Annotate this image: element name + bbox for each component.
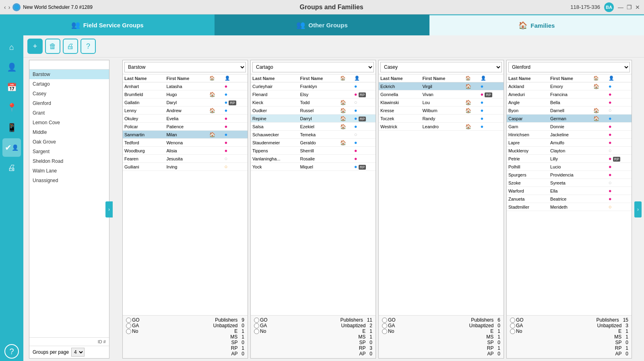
table-row[interactable]: ZanuetaBeatrice● xyxy=(507,195,632,203)
table-row[interactable]: TippensSherrill● xyxy=(251,147,376,155)
cartago-no-radio[interactable] xyxy=(254,329,259,334)
table-row[interactable]: TedfordWenona● xyxy=(123,139,248,147)
group-list-item[interactable]: Grant xyxy=(29,108,109,118)
table-row[interactable]: KresseWilburn🏠● xyxy=(379,107,504,115)
table-row[interactable]: PolicarPatience● xyxy=(123,123,248,131)
table-row[interactable]: SchauweckerTemeka○ xyxy=(251,131,376,139)
col-person: 👤 xyxy=(479,74,504,82)
table-row[interactable]: CurleyhairFranklyn● xyxy=(251,82,376,90)
tab-other-groups[interactable]: 👥 Other Groups xyxy=(215,14,429,35)
add-button[interactable]: + xyxy=(27,39,43,54)
cartago-ga-radio[interactable] xyxy=(254,323,259,328)
groups-per-page-select[interactable]: 4 2 6 xyxy=(71,348,85,357)
group-list-item[interactable]: Sheldon Road xyxy=(29,156,109,166)
sidebar-item-help[interactable]: ? xyxy=(4,344,19,359)
group-panel-glenford: Glenford Last Name First Name 🏠 👤 xyxy=(506,60,632,359)
right-panel-chevron[interactable]: › xyxy=(634,201,642,217)
cartago-dropdown-select[interactable]: Cartago xyxy=(252,62,374,72)
barstow-ga-radio[interactable] xyxy=(126,323,131,328)
table-row[interactable]: ByonDarnell🏠○ xyxy=(507,107,632,115)
glenford-ga-radio[interactable] xyxy=(510,323,515,328)
casey-no-radio[interactable] xyxy=(382,329,387,334)
table-row[interactable]: WarfordElla● xyxy=(507,187,632,195)
table-row[interactable]: ToczekRandy● xyxy=(379,115,504,123)
sidebar-item-mobile[interactable]: 📱 xyxy=(2,118,21,137)
group-list-item[interactable]: Unassigned xyxy=(29,176,109,185)
sidebar-item-calendar[interactable]: 📅 xyxy=(2,78,21,96)
table-row[interactable]: FearenJesusita○ xyxy=(123,155,248,163)
tab-field-service[interactable]: 👥 Field Service Groups xyxy=(0,14,215,35)
group-list-item[interactable]: Middle xyxy=(29,127,109,137)
glenford-no-radio[interactable] xyxy=(510,329,515,334)
table-row[interactable]: CasparGerman🏠● xyxy=(507,115,632,123)
table-row[interactable]: AngleBella● xyxy=(507,98,632,107)
sidebar-item-people[interactable]: 👤 xyxy=(2,58,21,76)
sidebar-item-print[interactable]: 🖨 xyxy=(2,158,21,177)
table-row[interactable]: WoodburgAlisia● xyxy=(123,147,248,155)
group-list-item[interactable]: Sargent xyxy=(29,147,109,156)
group-list-item[interactable]: Casey xyxy=(29,89,109,98)
table-row[interactable]: LennyAndrew🏠● xyxy=(123,107,248,115)
barstow-dropdown-select[interactable]: Barstow xyxy=(124,62,246,72)
table-row[interactable]: WestrickLeandro🏠● xyxy=(379,123,504,131)
table-row[interactable]: EckrichVirgil🏠● xyxy=(379,82,504,90)
table-row[interactable]: MuckleroyClayton○ xyxy=(507,147,632,155)
table-row[interactable]: Vanlaningha...Rosalie● xyxy=(251,155,376,163)
table-row[interactable]: LapreArnulfo● xyxy=(507,139,632,147)
table-row[interactable]: ArnhartLatasha● xyxy=(123,82,248,90)
casey-ga-radio[interactable] xyxy=(382,323,387,328)
group-search-input[interactable] xyxy=(29,60,109,70)
maximize-button[interactable]: ❐ xyxy=(627,4,632,10)
casey-go-radio[interactable] xyxy=(382,318,387,323)
table-row[interactable]: AmeduriFrancina● xyxy=(507,90,632,98)
user-badge[interactable]: BA xyxy=(604,2,614,12)
table-row[interactable]: HinrichsenJackeline● xyxy=(507,131,632,139)
table-row[interactable]: AcklandEmory🏠● xyxy=(507,82,632,90)
barstow-go-radio[interactable] xyxy=(126,318,131,323)
table-row[interactable]: SpurgersProvidencia● xyxy=(507,171,632,179)
minimize-button[interactable]: — xyxy=(618,4,623,10)
group-list-item[interactable]: Lemon Cove xyxy=(29,118,109,127)
table-row[interactable]: StaudenmeierGeraldo🏠● xyxy=(251,139,376,147)
print-button[interactable]: 🖨 xyxy=(63,39,78,54)
table-row[interactable]: SanmartinMilan🏠● xyxy=(123,131,248,139)
glenford-dropdown-select[interactable]: Glenford xyxy=(508,62,630,72)
group-list-item[interactable]: Oak Grove xyxy=(29,137,109,147)
table-row[interactable]: OkuleyEvelia● xyxy=(123,115,248,123)
group-list-item[interactable]: Walm Lane xyxy=(29,166,109,176)
sidebar-item-user-check[interactable]: ✔👤 xyxy=(2,138,21,157)
table-row[interactable]: KlawinskiLou🏠● xyxy=(379,98,504,107)
casey-dropdown-select[interactable]: Casey xyxy=(380,62,502,72)
table-row[interactable]: SzokeSyreeta○ xyxy=(507,179,632,187)
barstow-no-radio[interactable] xyxy=(126,329,131,334)
table-row[interactable]: GarnDonnie● xyxy=(507,123,632,131)
nav-forward-button[interactable]: › xyxy=(8,4,10,10)
table-row[interactable]: FlenardElsy● RP xyxy=(251,90,376,98)
table-row[interactable]: StadtmillerMerideth○ xyxy=(507,203,632,211)
group-list-item[interactable]: Cartago xyxy=(29,79,109,89)
table-row[interactable]: PetrieLilly● RP xyxy=(507,155,632,163)
table-row[interactable]: PolhillLucio● xyxy=(507,163,632,171)
close-button[interactable]: ✕ xyxy=(635,4,640,10)
barstow-members-table: Last Name First Name 🏠 👤 ArnhartLatasha●… xyxy=(123,74,248,315)
table-row[interactable]: BrumfieldHugo🏠● xyxy=(123,90,248,98)
panel-chevron-right[interactable]: › xyxy=(105,201,113,217)
nav-back-button[interactable]: ‹ xyxy=(4,4,6,10)
cartago-go-radio[interactable] xyxy=(254,318,259,323)
table-row[interactable]: YockMiquel● RP xyxy=(251,163,376,171)
tab-families[interactable]: 🏠 Families xyxy=(429,14,644,35)
table-row[interactable]: RepineDarryl🏠● RP xyxy=(251,115,376,123)
delete-button[interactable]: 🗑 xyxy=(45,39,60,54)
table-row[interactable]: SalsaEzekiel🏠● xyxy=(251,123,376,131)
table-row[interactable]: KieckTodd🏠○ xyxy=(251,98,376,107)
table-row[interactable]: GuilianiIrving○ xyxy=(123,163,248,171)
table-row[interactable]: GonnellaVivan● RP xyxy=(379,90,504,98)
sidebar-item-map[interactable]: 📍 xyxy=(2,98,21,117)
group-list-item[interactable]: Glenford xyxy=(29,98,109,108)
table-row[interactable]: GallatinDaryl● RP xyxy=(123,98,248,107)
table-row[interactable]: OudkerRussel🏠● xyxy=(251,107,376,115)
group-list-item[interactable]: Barstow xyxy=(29,70,109,79)
glenford-go-radio[interactable] xyxy=(510,318,515,323)
help-button[interactable]: ? xyxy=(80,39,96,54)
sidebar-item-home[interactable]: ⌂ xyxy=(2,38,21,56)
